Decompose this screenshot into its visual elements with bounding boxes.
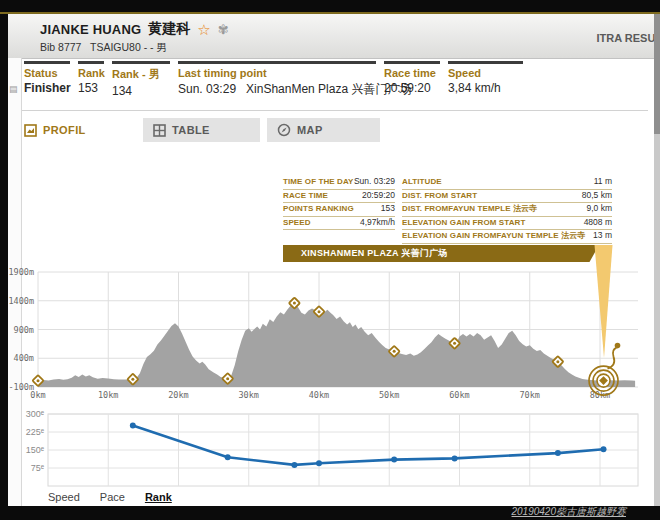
tab-map-label: MAP — [297, 124, 323, 136]
tooltip-value: 80,5 km — [582, 190, 612, 200]
stat-last-timing-point: Last timing point Sun. 03:29 XinShanMen … — [178, 61, 376, 98]
elev-x-tick: 0km — [30, 390, 45, 400]
tooltip-value: 20:59:20 — [362, 190, 395, 200]
scrollbar[interactable] — [654, 14, 660, 506]
elev-x-tick: 40km — [309, 390, 329, 400]
tooltip-label: DIST. FROMFAYUN TEMPLE 法云寺 — [402, 203, 537, 214]
favorite-star-icon[interactable]: ☆ — [197, 22, 210, 37]
header-divider — [22, 110, 648, 111]
elevation-chart[interactable]: 1900m1400m900m400m-100m0km10km20km30km40… — [8, 240, 654, 410]
elev-y-tick: 400m — [14, 353, 34, 363]
elev-y-tick: 900m — [14, 325, 34, 335]
stat-speed-value: 3,84 km/h — [448, 81, 523, 95]
tab-table-label: TABLE — [172, 124, 210, 136]
stats-strip: Status Finisher Rank 153 Rank - 男 134 La… — [24, 61, 523, 98]
app-window: JIANKE HUANG 黄建科 ☆ ✾ Bib 8777 TSAIGU80 -… — [8, 14, 654, 506]
elev-x-tick: 60km — [449, 390, 469, 400]
rank-y-tick: 225ᵉ — [26, 427, 45, 437]
stat-status-value: Finisher — [24, 81, 70, 95]
stat-race-time-value: 20:59:20 — [384, 81, 440, 95]
itra-result-link[interactable]: ITRA RESULT — [597, 32, 655, 44]
tab-profil[interactable]: PROFIL — [24, 118, 86, 142]
tooltip-row: DIST. FROM START 80,5 km — [402, 190, 612, 204]
elev-x-tick: 50km — [379, 390, 399, 400]
tooltip-row: TIME OF THE DAY Sun. 03:29 — [283, 176, 395, 190]
rank-chart[interactable]: 300ᵉ225ᵉ150ᵉ75ᵉ — [8, 405, 654, 493]
scrollbar-thumb[interactable] — [654, 14, 660, 134]
tooltip-value: 4,97km/h — [360, 217, 395, 227]
tooltip-row: SPEED 4,97km/h — [283, 217, 395, 231]
tooltip-row: DIST. FROMFAYUN TEMPLE 法云寺 9,0 km — [402, 203, 612, 217]
profil-icon — [24, 124, 37, 137]
rank-point[interactable] — [555, 450, 561, 456]
elev-x-tick: 30km — [239, 390, 259, 400]
runner-name-row: JIANKE HUANG 黄建科 ☆ ✾ — [40, 20, 229, 38]
tooltip-label: POINTS RANKING — [283, 204, 354, 213]
tooltip-label: TIME OF THE DAY — [283, 177, 354, 186]
tooltip-left-column: TIME OF THE DAY Sun. 03:29 RACE TIME 20:… — [283, 176, 395, 230]
stat-last-timing-label: Last timing point — [178, 67, 376, 79]
elev-x-tick: 10km — [98, 390, 118, 400]
tab-map[interactable]: MAP — [267, 118, 380, 142]
tooltip-row: POINTS RANKING 153 — [283, 203, 395, 217]
subtab-pace[interactable]: Pace — [100, 491, 125, 503]
tooltip-value: 4808 m — [584, 217, 612, 227]
subtab-rank[interactable]: Rank — [145, 491, 172, 503]
elevation-area — [38, 303, 635, 387]
tooltip-value: 13 m — [593, 230, 612, 240]
elev-x-tick: 70km — [520, 390, 540, 400]
elev-y-tick: 1900m — [8, 267, 34, 277]
rank-point[interactable] — [316, 460, 322, 466]
tooltip-row: ALTITUDE 11 m — [402, 176, 612, 190]
tooltip-label: SPEED — [283, 218, 311, 227]
stat-rank-gender-label: Rank - 男 — [112, 67, 170, 82]
tooltip-label: ALTITUDE — [402, 177, 442, 186]
tooltip-label: DIST. FROM START — [402, 191, 477, 200]
banner-wedge — [595, 245, 613, 358]
tooltip-value: Sun. 03:29 — [354, 176, 395, 186]
stat-status-label: Status — [24, 67, 70, 79]
tooltip-value: 11 m — [594, 176, 612, 186]
metric-subtabs: Speed Pace Rank — [48, 491, 172, 503]
rank-point[interactable] — [601, 446, 607, 452]
tooltip-row: ELEVATION GAIN FROM START 4808 m — [402, 217, 612, 231]
tab-profil-label: PROFIL — [43, 124, 86, 136]
tooltip-label: RACE TIME — [283, 191, 328, 200]
tooltip-label: ELEVATION GAIN FROM START — [402, 218, 525, 227]
table-icon — [153, 124, 166, 137]
rank-point[interactable] — [130, 423, 136, 429]
stat-speed-label: Speed — [448, 67, 523, 79]
tooltip-value: 153 — [381, 203, 395, 213]
tooltip-value: 9,0 km — [586, 203, 612, 213]
rank-point[interactable] — [452, 455, 458, 461]
rank-point[interactable] — [291, 462, 297, 468]
stat-race-time-label: Race time — [384, 67, 440, 79]
rank-y-tick: 150ᵉ — [26, 445, 45, 455]
elev-x-tick: 20km — [168, 390, 188, 400]
flower-badge-icon[interactable]: ✾ — [218, 23, 229, 36]
runner-header: JIANKE HUANG 黄建科 ☆ ✾ Bib 8777 TSAIGU80 -… — [8, 14, 654, 59]
race-tracker-page: { "window": { "title_latin": "JIANKE HUA… — [0, 0, 660, 520]
tooltip-right-column: ALTITUDE 11 m DIST. FROM START 80,5 km D… — [402, 176, 612, 244]
stat-race-time: Race time 20:59:20 — [384, 61, 440, 98]
rank-point[interactable] — [225, 454, 231, 460]
runner-name-latin: JIANKE HUANG — [40, 22, 141, 37]
stat-last-timing-value: Sun. 03:29 XinShanMen Plaza 兴善门广场 — [178, 81, 376, 98]
tab-table[interactable]: TABLE — [143, 118, 260, 142]
stat-speed: Speed 3,84 km/h — [448, 61, 523, 98]
bib-line: Bib 8777 TSAIGU80 - - 男 — [40, 41, 167, 55]
map-icon — [277, 123, 291, 137]
watermark-race-name: 20190420柴古唐斯越野赛 — [512, 505, 627, 519]
rank-point[interactable] — [391, 457, 397, 463]
stat-rank-gender-value: 134 — [112, 84, 170, 98]
stat-rank: Rank 153 — [78, 61, 104, 98]
rank-y-tick: 75ᵉ — [31, 463, 45, 473]
tooltip-row: RACE TIME 20:59:20 — [283, 190, 395, 204]
left-rail-icon[interactable]: ▤ — [9, 84, 18, 94]
subtab-speed[interactable]: Speed — [48, 491, 80, 503]
runner-name-cjk: 黄建科 — [148, 20, 190, 38]
stat-status: Status Finisher — [24, 61, 70, 98]
rank-y-tick: 300ᵉ — [26, 409, 45, 419]
elev-y-tick: 1400m — [8, 296, 34, 306]
stat-rank-value: 153 — [78, 81, 104, 95]
